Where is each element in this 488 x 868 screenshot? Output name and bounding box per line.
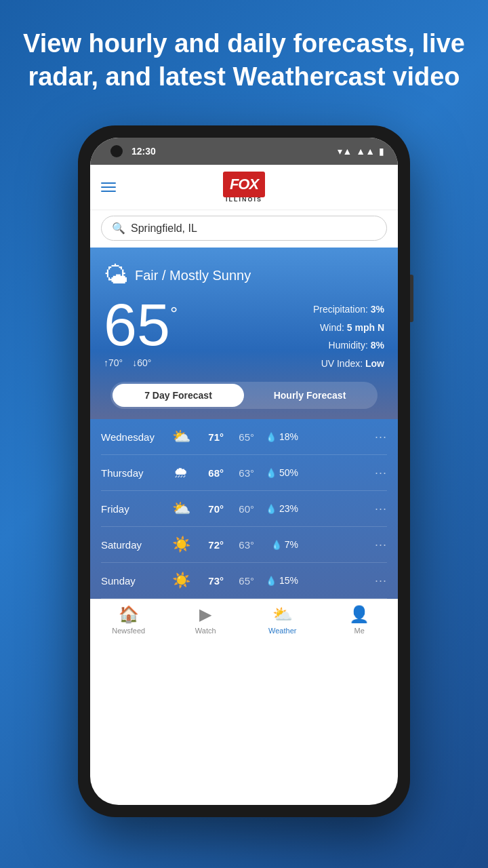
fox-logo: FOX bbox=[223, 172, 265, 197]
search-value[interactable]: Springfield, IL bbox=[131, 222, 197, 235]
day-name: Wednesday bbox=[101, 431, 169, 443]
day-name: Saturday bbox=[101, 539, 169, 551]
hero-text: View hourly and daily forecasts, live ra… bbox=[0, 27, 488, 94]
day-weather-icon: ☀️ bbox=[169, 536, 193, 553]
more-button[interactable]: ··· bbox=[375, 538, 387, 552]
temp-low: ↓60° bbox=[132, 357, 151, 368]
wind-value: 5 mph N bbox=[347, 322, 384, 333]
illinois-subtext: ILLINOIS bbox=[223, 196, 265, 203]
temp-value: 65 bbox=[104, 295, 170, 355]
humidity-stat: Humidity: 8% bbox=[313, 336, 384, 355]
weather-nav-icon: ⛅ bbox=[272, 605, 293, 624]
day-high: 68° bbox=[193, 467, 224, 479]
weather-nav-label: Weather bbox=[268, 627, 296, 635]
day-precip: 💧 50% bbox=[254, 467, 298, 478]
rain-icon: 💧 bbox=[266, 576, 277, 586]
weather-condition: 🌤 Fair / Mostly Sunny bbox=[104, 261, 384, 290]
watch-nav-label: Watch bbox=[195, 627, 216, 635]
condition-text: Fair / Mostly Sunny bbox=[135, 268, 251, 283]
day-weather-icon: ☀️ bbox=[169, 572, 193, 589]
forecast-row[interactable]: Saturday ☀️ 72° 63° 💧 7% ··· bbox=[101, 527, 387, 563]
side-button bbox=[410, 275, 413, 322]
temp-high: ↑70° bbox=[104, 357, 123, 368]
day-precip: 💧 23% bbox=[254, 503, 298, 514]
search-bar: 🔍 Springfield, IL bbox=[90, 210, 398, 248]
wind-stat: Wind: 5 mph N bbox=[313, 319, 384, 337]
temperature-display: 65° bbox=[104, 295, 178, 355]
fox-logo-box: FOX bbox=[223, 172, 265, 197]
more-button[interactable]: ··· bbox=[375, 502, 387, 516]
camera-dot bbox=[110, 145, 123, 157]
wifi-icon: ▾▲ bbox=[338, 146, 352, 157]
nav-item-weather[interactable]: ⛅Weather bbox=[244, 605, 321, 635]
status-left: 12:30 bbox=[110, 145, 156, 157]
phone-screen: 12:30 ▾▲ ▲▲ ▮ FOX ILLINOIS bbox=[90, 138, 398, 805]
precip-value: 3% bbox=[371, 304, 384, 315]
weather-main: 🌤 Fair / Mostly Sunny 65° ↑70° ↓60° Prec… bbox=[90, 248, 398, 419]
battery-icon: ▮ bbox=[379, 146, 384, 157]
me-nav-icon: 👤 bbox=[349, 605, 369, 624]
search-input-wrapper[interactable]: 🔍 Springfield, IL bbox=[101, 216, 387, 241]
status-icons: ▾▲ ▲▲ ▮ bbox=[338, 146, 384, 157]
rain-icon: 💧 bbox=[271, 540, 282, 550]
rain-icon: 💧 bbox=[266, 468, 277, 478]
day-name: Friday bbox=[101, 503, 169, 515]
day-weather-icon: ⛅ bbox=[169, 500, 193, 517]
bottom-nav: 🏠Newsfeed▶Watch⛅Weather👤Me bbox=[90, 599, 398, 642]
temp-degree: ° bbox=[170, 304, 178, 323]
precip-stat: Precipitation: 3% bbox=[313, 300, 384, 319]
day-precip: 💧 18% bbox=[254, 431, 298, 442]
day-name: Sunday bbox=[101, 575, 169, 587]
app-header: FOX ILLINOIS bbox=[90, 165, 398, 210]
more-button[interactable]: ··· bbox=[375, 466, 387, 480]
forecast-row[interactable]: Wednesday ⛅ 71° 65° 💧 18% ··· bbox=[101, 419, 387, 455]
day-low: 65° bbox=[224, 431, 254, 443]
humidity-value: 8% bbox=[371, 340, 384, 351]
more-button[interactable]: ··· bbox=[375, 430, 387, 444]
tab-hourly[interactable]: Hourly Forecast bbox=[244, 384, 375, 407]
menu-line-3 bbox=[101, 191, 116, 192]
forecast-row[interactable]: Sunday ☀️ 73° 65° 💧 15% ··· bbox=[101, 563, 387, 599]
forecast-list: Wednesday ⛅ 71° 65° 💧 18% ··· Thursday 🌧… bbox=[90, 419, 398, 599]
fox-logo-text: FOX bbox=[230, 176, 258, 193]
rain-icon: 💧 bbox=[266, 504, 277, 514]
logo-wrapper: FOX ILLINOIS bbox=[223, 172, 265, 203]
weather-stats: Precipitation: 3% Wind: 5 mph N Humidity… bbox=[313, 295, 384, 372]
day-low: 63° bbox=[224, 539, 254, 551]
watch-nav-icon: ▶ bbox=[199, 605, 211, 624]
day-low: 63° bbox=[224, 467, 254, 479]
me-nav-label: Me bbox=[354, 627, 365, 635]
nav-item-watch[interactable]: ▶Watch bbox=[167, 605, 245, 635]
rain-icon: 💧 bbox=[266, 432, 277, 442]
uv-value: Low bbox=[365, 358, 384, 369]
newsfeed-nav-label: Newsfeed bbox=[112, 627, 145, 635]
day-high: 73° bbox=[193, 575, 224, 587]
menu-button[interactable] bbox=[101, 182, 116, 192]
day-low: 60° bbox=[224, 503, 254, 515]
menu-line-2 bbox=[101, 186, 116, 188]
nav-item-newsfeed[interactable]: 🏠Newsfeed bbox=[90, 605, 167, 635]
phone-mockup: 12:30 ▾▲ ▲▲ ▮ FOX ILLINOIS bbox=[78, 125, 410, 817]
temperature-section: 65° ↑70° ↓60° bbox=[104, 295, 178, 368]
day-low: 65° bbox=[224, 575, 254, 587]
menu-line-1 bbox=[101, 182, 116, 184]
forecast-row[interactable]: Friday ⛅ 70° 60° 💧 23% ··· bbox=[101, 491, 387, 527]
search-icon: 🔍 bbox=[112, 222, 125, 235]
temp-hilo: ↑70° ↓60° bbox=[104, 357, 178, 368]
forecast-row[interactable]: Thursday 🌧 68° 63° 💧 50% ··· bbox=[101, 455, 387, 491]
day-weather-icon: ⛅ bbox=[169, 428, 193, 446]
more-button[interactable]: ··· bbox=[375, 574, 387, 588]
day-high: 70° bbox=[193, 503, 224, 515]
day-weather-icon: 🌧 bbox=[169, 464, 193, 481]
day-high: 72° bbox=[193, 539, 224, 551]
uv-stat: UV Index: Low bbox=[313, 355, 384, 373]
weather-sun-icon: 🌤 bbox=[104, 261, 128, 290]
forecast-tabs: 7 Day Forecast Hourly Forecast bbox=[110, 382, 378, 409]
day-high: 71° bbox=[193, 431, 224, 443]
day-precip: 💧 15% bbox=[254, 575, 298, 586]
status-time: 12:30 bbox=[131, 146, 156, 157]
tab-7day[interactable]: 7 Day Forecast bbox=[113, 384, 244, 407]
day-name: Thursday bbox=[101, 467, 169, 479]
nav-item-me[interactable]: 👤Me bbox=[321, 605, 399, 635]
weather-data-row: 65° ↑70° ↓60° Precipitation: 3% Wind: 5 … bbox=[104, 295, 384, 372]
